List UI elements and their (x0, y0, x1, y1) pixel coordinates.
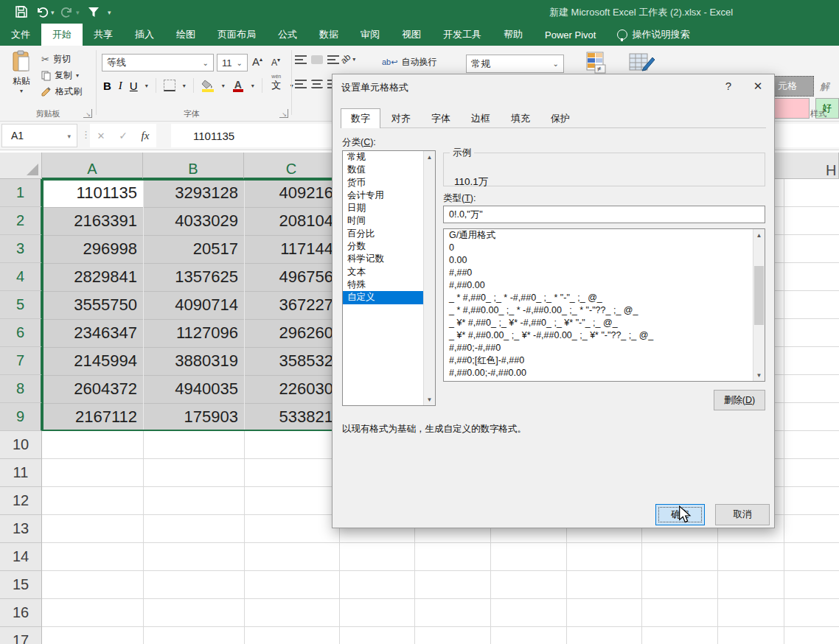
cell-A2[interactable]: 2163391 (42, 211, 137, 231)
underline-button[interactable]: U (130, 80, 138, 92)
save-icon[interactable] (15, 5, 28, 18)
cell-B1[interactable]: 3293128 (143, 183, 238, 203)
menu-tab-审阅[interactable]: 审阅 (349, 24, 391, 46)
dialog-tab-数字[interactable]: 数字 (341, 108, 380, 128)
category-item-分数[interactable]: 分数 (343, 240, 435, 253)
font-name-combo[interactable]: 等线⌄ (102, 54, 214, 71)
column-header-A[interactable]: A (42, 153, 143, 179)
copy-button[interactable]: 复制 ▾ (41, 69, 79, 82)
cell-A8[interactable]: 2604372 (42, 379, 137, 399)
phonetic-guide-icon[interactable]: wén 文 (270, 78, 283, 93)
category-item-特殊[interactable]: 特殊 (343, 279, 435, 291)
category-item-数值[interactable]: 数值 (343, 164, 435, 176)
format-code-item[interactable]: _ * #,##0_ ;_ * -#,##0_ ;_ * "-"_ ;_ @_ (444, 292, 765, 304)
cancel-button[interactable]: 取消 (715, 504, 770, 525)
cell-A4[interactable]: 2829841 (42, 267, 137, 287)
format-code-item[interactable]: #,##0;[红色]-#,##0 (444, 354, 765, 367)
dialog-tab-对齐[interactable]: 对齐 (382, 109, 420, 127)
category-item-自定义[interactable]: 自定义 (343, 291, 435, 304)
scroll-down-icon[interactable]: ▼ (424, 393, 435, 405)
menu-tab-帮助[interactable]: 帮助 (492, 24, 534, 46)
conditional-formatting-button[interactable]: ≠ (586, 52, 611, 77)
cell-B6[interactable]: 1127096 (143, 323, 238, 343)
row-header-10[interactable]: 10 (0, 431, 42, 459)
row-header-13[interactable]: 13 (0, 515, 42, 543)
align-top-icon[interactable] (295, 55, 307, 64)
cell-C1[interactable]: 409216 (244, 183, 333, 203)
cell-B8[interactable]: 4940035 (143, 379, 238, 399)
cell-C8[interactable]: 226030 (244, 379, 333, 399)
format-scrollbar[interactable]: ▲ ▼ (753, 229, 765, 381)
clipboard-dialog-launcher-icon[interactable] (83, 109, 92, 118)
scroll-up-icon[interactable]: ▲ (753, 229, 765, 241)
dialog-tab-保护[interactable]: 保护 (541, 109, 579, 127)
cell-B4[interactable]: 1357625 (143, 267, 238, 287)
menu-tab-Power Pivot[interactable]: Power Pivot (534, 24, 607, 46)
cell-A3[interactable]: 296998 (42, 239, 137, 259)
row-header-17[interactable]: 17 (0, 627, 42, 644)
format-painter-button[interactable]: 格式刷 (41, 85, 82, 98)
undo-icon[interactable] (35, 5, 49, 18)
cell-C5[interactable]: 367227 (244, 295, 333, 315)
row-header-5[interactable]: 5 (0, 291, 42, 319)
name-box-caret-icon[interactable]: ▾ (67, 133, 71, 140)
cell-C3[interactable]: 117144 (244, 239, 333, 259)
format-code-item[interactable]: #,##0.00;-#,##0.00 (444, 367, 765, 379)
format-code-item[interactable]: #,##0;-#,##0 (444, 342, 765, 354)
menu-tab-绘图[interactable]: 绘图 (165, 24, 206, 46)
font-size-combo[interactable]: 11⌄ (217, 54, 248, 71)
row-header-3[interactable]: 3 (0, 235, 42, 263)
column-header-C[interactable]: C (244, 153, 339, 179)
help-icon[interactable]: ? (714, 74, 743, 97)
row-header-14[interactable]: 14 (0, 543, 42, 571)
category-item-科学记数[interactable]: 科学记数 (343, 253, 435, 265)
cell-B3[interactable]: 20517 (143, 239, 238, 259)
format-as-table-button[interactable] (629, 52, 655, 77)
scroll-up-icon[interactable]: ▲ (424, 151, 435, 163)
filter-icon[interactable] (87, 5, 100, 18)
cell-A7[interactable]: 2145994 (42, 351, 137, 371)
menu-tab-视图[interactable]: 视图 (391, 24, 432, 46)
align-bottom-icon[interactable] (327, 55, 339, 64)
cell-style-partial-italic[interactable]: 解 (820, 80, 829, 94)
dialog-tab-填充[interactable]: 填充 (501, 109, 540, 127)
format-code-item[interactable]: #,##0.00 (444, 279, 765, 292)
cell-B5[interactable]: 4090714 (143, 295, 238, 315)
cell-C9[interactable]: 533821 (244, 407, 333, 427)
italic-button[interactable]: I (119, 80, 122, 92)
grow-font-button[interactable]: A▴ (252, 55, 262, 68)
qat-customize-caret-icon[interactable]: ▾ (108, 9, 111, 16)
category-item-文本[interactable]: 文本 (343, 266, 435, 279)
category-item-百分比[interactable]: 百分比 (343, 228, 435, 240)
category-listbox[interactable]: 常规数值货币会计专用日期时间百分比分数科学记数文本特殊自定义 ▲ ▼ (342, 150, 436, 406)
bold-button[interactable]: B (103, 80, 111, 92)
dialog-tab-边框[interactable]: 边框 (462, 109, 500, 127)
row-header-16[interactable]: 16 (0, 599, 42, 627)
font-color-icon[interactable]: A (232, 79, 244, 92)
row-header-9[interactable]: 9 (0, 403, 42, 431)
cell-B7[interactable]: 3880319 (143, 351, 238, 371)
menu-tab-文件[interactable]: 文件 (0, 24, 41, 46)
tell-me-search[interactable]: 操作说明搜索 (607, 24, 700, 46)
cell-style-partial-dark[interactable]: 元格 (771, 76, 814, 97)
select-all-corner[interactable] (0, 153, 42, 179)
menu-tab-开始[interactable]: 开始 (41, 24, 83, 46)
menu-tab-数据[interactable]: 数据 (308, 24, 349, 46)
menu-tab-页面布局[interactable]: 页面布局 (206, 24, 267, 46)
format-code-item[interactable]: G/通用格式 (444, 229, 765, 242)
wrap-text-button[interactable]: ab↩ 自动换行 (382, 56, 436, 69)
row-header-8[interactable]: 8 (0, 375, 42, 403)
category-item-时间[interactable]: 时间 (343, 214, 435, 227)
cell-B9[interactable]: 175903 (143, 407, 238, 427)
cell-C4[interactable]: 496756 (244, 267, 333, 287)
scrollbar-thumb[interactable] (754, 266, 764, 325)
cell-C7[interactable]: 358532 (244, 351, 333, 371)
paste-button[interactable]: 粘贴 ▾ (7, 50, 35, 105)
align-center-icon[interactable] (311, 80, 323, 88)
cell-A1[interactable]: 1101135 (42, 183, 137, 203)
scroll-down-icon[interactable]: ▼ (753, 369, 765, 381)
cut-button[interactable]: ✂ 剪切 (41, 53, 71, 66)
insert-function-icon[interactable]: fx (134, 124, 156, 147)
delete-button[interactable]: 删除(D) (714, 390, 765, 410)
cell-B2[interactable]: 4033029 (143, 211, 238, 231)
